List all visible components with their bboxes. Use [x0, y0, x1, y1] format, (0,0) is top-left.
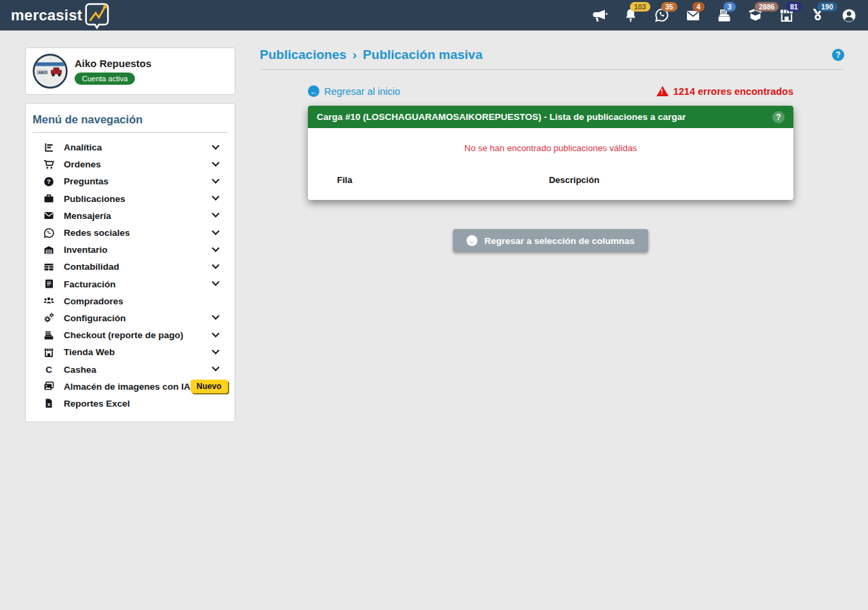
sidebar-item-preguntas[interactable]: ? Preguntas: [33, 173, 228, 190]
cash-register-icon: [42, 330, 55, 341]
svg-text:AIKO: AIKO: [38, 70, 48, 75]
sidebar-item-inventario[interactable]: Inventario: [33, 241, 228, 258]
sidebar-item-label: Preguntas: [64, 176, 213, 186]
sidebar-item-publicaciones[interactable]: Publicaciones: [33, 190, 228, 207]
table-header-row: Fila Descripción: [308, 175, 793, 185]
store-icon: [42, 347, 55, 358]
chart-icon: [42, 142, 55, 153]
chevron-down-icon: [212, 193, 219, 201]
letter-c-icon: C: [42, 364, 55, 375]
svg-text:?: ?: [47, 178, 51, 185]
panel-title: Carga #10 (LOSCHAGUARAMOSAIKOREPUESTOS) …: [317, 112, 686, 122]
sidebar-item-mensajeria[interactable]: Mensajería: [33, 207, 228, 224]
sidebar-item-label: Compradores: [64, 296, 221, 306]
chevron-down-icon: [212, 176, 219, 183]
sidebar-item-label: Ordenes: [64, 159, 213, 169]
back-to-start-link[interactable]: ← Regresar al inicio: [308, 85, 400, 97]
chevron-down-icon: [212, 142, 219, 149]
warehouse-icon: [42, 245, 55, 256]
sidebar-item-label: Mensajería: [64, 211, 213, 221]
sidebar-item-compradores[interactable]: Compradores: [33, 293, 228, 310]
sidebar-item-label: Contabilidad: [64, 262, 213, 272]
invoice-icon: [42, 279, 55, 289]
mail-icon[interactable]: 4: [685, 7, 701, 24]
excel-file-icon: x: [42, 398, 55, 409]
sidebar-item-label: Checkout (reporte de pago): [64, 330, 213, 340]
chevron-down-icon: [212, 227, 219, 235]
bell-icon[interactable]: 103: [623, 7, 639, 24]
account-status-badge: Cuenta activa: [75, 73, 135, 85]
breadcrumb: Publicaciones › Publicación masiva: [260, 47, 482, 62]
panel-help-icon[interactable]: ?: [772, 111, 785, 123]
store-badge: 81: [786, 2, 802, 12]
sidebar-item-checkout[interactable]: Checkout (reporte de pago): [33, 327, 228, 344]
sidebar-item-tienda-web[interactable]: Tienda Web: [33, 344, 228, 361]
chevron-down-icon: [212, 346, 219, 354]
column-header-fila: Fila: [308, 175, 352, 185]
user-icon[interactable]: [841, 7, 857, 24]
sidebar-item-contabilidad[interactable]: Contabilidad: [33, 258, 228, 275]
sidebar-item-reportes-excel[interactable]: x Reportes Excel: [33, 395, 228, 412]
sidebar-item-label: Inventario: [64, 245, 213, 255]
topbar: mercasist 103 35 4 3 2886: [0, 0, 868, 30]
sidebar-item-configuracion[interactable]: Configuración: [33, 310, 228, 327]
megaphone-icon[interactable]: [591, 7, 608, 24]
whatsapp-badge: 35: [661, 2, 677, 12]
app-logo[interactable]: mercasist: [11, 2, 110, 29]
briefcase-icon: [42, 193, 55, 204]
logo-text: mercasist: [11, 7, 82, 24]
sidebar-item-facturacion[interactable]: Facturación: [33, 276, 228, 293]
main-content: Publicaciones › Publicación masiva ? ← R…: [235, 30, 868, 252]
chevron-down-icon: [212, 312, 219, 320]
mail-badge: 4: [692, 2, 705, 12]
divider: [260, 69, 844, 70]
nav-menu: Menú de navegación Analítica Ordenes ? P…: [25, 103, 235, 422]
errors-summary: 1214 errores encontrados: [656, 86, 793, 97]
sidebar-item-label: Analítica: [64, 142, 213, 152]
sidebar: AIKO Aiko Repuestos Cuenta activa Menú d…: [25, 47, 235, 422]
store-icon[interactable]: 81: [778, 7, 795, 24]
images-icon: [42, 381, 55, 392]
chevron-down-icon: [212, 279, 219, 286]
nuevo-badge: Nuevo: [191, 380, 228, 393]
cash-register-icon[interactable]: 3: [716, 7, 732, 24]
cash-register-badge: 3: [724, 2, 736, 12]
sidebar-item-label: Facturación: [64, 279, 213, 289]
table-icon: [42, 262, 55, 272]
nav-menu-title: Menú de navegación: [33, 112, 228, 133]
empty-message: No se han encontrado publicaciones válid…: [308, 143, 793, 153]
breadcrumb-section[interactable]: Publicaciones: [260, 47, 347, 62]
sidebar-item-redes-sociales[interactable]: Redes sociales: [33, 224, 228, 241]
account-name: Aiko Repuestos: [75, 58, 151, 69]
profile-card: AIKO Aiko Repuestos Cuenta activa: [25, 47, 235, 95]
package-icon[interactable]: 2886: [747, 7, 764, 24]
gears-icon: [42, 312, 55, 323]
chevron-down-icon: [212, 244, 219, 251]
chevron-down-icon: [212, 261, 219, 268]
sidebar-item-analitica[interactable]: Analítica: [33, 139, 228, 156]
chevron-down-icon: [212, 364, 219, 371]
medal-icon[interactable]: 190: [810, 7, 826, 24]
chevron-down-icon: [212, 329, 219, 337]
whatsapp-icon[interactable]: 35: [654, 7, 670, 24]
sidebar-item-almacen-imagenes-ia[interactable]: Almacén de imagenes con IA Nuevo: [33, 378, 228, 395]
warning-icon: [656, 86, 669, 96]
sidebar-item-label: Reportes Excel: [64, 399, 221, 409]
upload-panel: Carga #10 (LOSCHAGUARAMOSAIKOREPUESTOS) …: [308, 106, 793, 200]
sidebar-item-label: Cashea: [64, 365, 213, 375]
back-to-columns-button[interactable]: ← Regresar a selección de columnas: [453, 229, 648, 252]
envelope-icon: [42, 210, 55, 221]
bell-badge: 103: [630, 2, 650, 12]
page-help-icon[interactable]: ?: [832, 49, 844, 61]
back-to-start-label: Regresar al inicio: [324, 86, 400, 97]
sidebar-item-ordenes[interactable]: Ordenes: [33, 156, 228, 173]
sidebar-item-label: Publicaciones: [64, 194, 213, 204]
users-icon: [42, 296, 55, 306]
sidebar-item-cashea[interactable]: C Cashea: [33, 361, 228, 378]
arrow-left-circle-icon: ←: [308, 85, 319, 97]
medal-badge: 190: [817, 2, 837, 12]
back-to-columns-label: Regresar a selección de columnas: [484, 236, 634, 246]
sidebar-item-label: Configuración: [64, 313, 213, 323]
chevron-down-icon: [212, 210, 219, 218]
breadcrumb-page[interactable]: Publicación masiva: [363, 47, 482, 62]
